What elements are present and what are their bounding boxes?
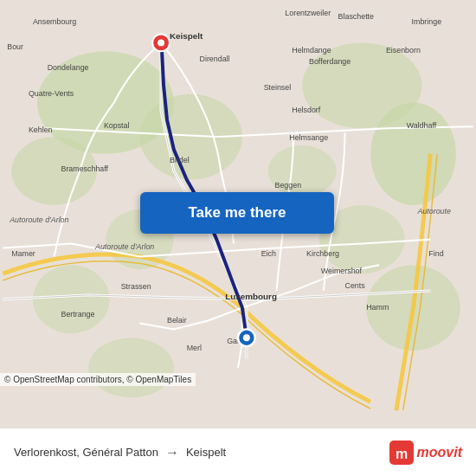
svg-text:Find: Find [428,249,443,258]
svg-text:Ansembourg: Ansembourg [33,17,76,26]
svg-text:Direndall: Direndall [200,55,230,63]
svg-point-52 [243,334,250,341]
svg-text:Cents: Cents [345,281,366,290]
svg-text:Brameschhaff: Brameschhaff [61,164,108,173]
svg-text:Kopstal: Kopstal [104,121,130,130]
svg-text:Autoroute d'Arlon: Autoroute d'Arlon [94,242,154,251]
svg-text:Kehlen: Kehlen [29,125,53,134]
svg-text:Strassen: Strassen [121,282,151,291]
bottom-bar: Verlorenkost, Général Patton → Keispelt … [0,428,476,476]
moovit-icon-svg: m [389,441,414,465]
take-me-there-button[interactable]: Take me there [140,192,334,234]
svg-text:Bertrange: Bertrange [61,310,94,318]
map-attribution: © OpenStreetMap contributors, © OpenMapT… [0,373,196,386]
svg-text:Kirchberg: Kirchberg [306,249,339,258]
svg-text:Steinsel: Steinsel [264,83,292,92]
svg-text:Dondelange: Dondelange [48,63,89,72]
svg-text:Quatre-Vents: Quatre-Vents [29,89,74,98]
svg-text:Belair: Belair [167,316,187,325]
to-label: Keispelt [186,446,226,459]
svg-text:Beggen: Beggen [274,181,301,190]
svg-text:Luxembourg: Luxembourg [225,292,277,301]
svg-text:Eich: Eich [261,249,276,258]
map-container: Ansembourg Lorentzweiler Blaschette Imbr… [0,0,476,428]
svg-text:Keispelt: Keispelt [170,31,203,41]
svg-text:Autoroute d'Arlon: Autoroute d'Arlon [9,215,68,224]
svg-text:Weimershof: Weimershof [321,267,363,275]
svg-point-5 [370,103,456,206]
arrow-icon: → [165,445,179,460]
svg-text:Merl: Merl [187,344,202,352]
svg-text:Autoroute: Autoroute [416,207,451,215]
svg-text:Eisenborn: Eisenborn [386,46,421,55]
moovit-logo: m moovit [389,441,462,465]
svg-text:m: m [395,447,407,461]
svg-text:Waldhaff: Waldhaff [407,121,437,130]
svg-text:Bour: Bour [7,42,23,51]
svg-point-50 [158,39,164,46]
from-label: Verlorenkost, Général Patton [14,446,158,459]
route-info: Verlorenkost, Général Patton → Keispelt [14,445,389,460]
svg-point-10 [33,265,110,333]
svg-text:Helmsange: Helmsange [289,133,328,142]
svg-text:Blaschette: Blaschette [338,12,375,21]
svg-text:Bridel: Bridel [170,156,190,164]
svg-text:Helmdange: Helmdange [292,46,331,55]
svg-text:Lorentzweiler: Lorentzweiler [285,9,331,17]
svg-point-11 [88,338,174,397]
moovit-text: moovit [417,445,462,460]
app: Ansembourg Lorentzweiler Blaschette Imbr… [0,0,476,476]
svg-text:Hamm: Hamm [366,303,389,312]
svg-text:Imbringe: Imbringe [412,17,442,26]
svg-text:Helsdorf: Helsdorf [292,106,321,114]
svg-text:Mamer: Mamer [11,249,35,258]
svg-text:Bofferdange: Bofferdange [309,57,351,66]
